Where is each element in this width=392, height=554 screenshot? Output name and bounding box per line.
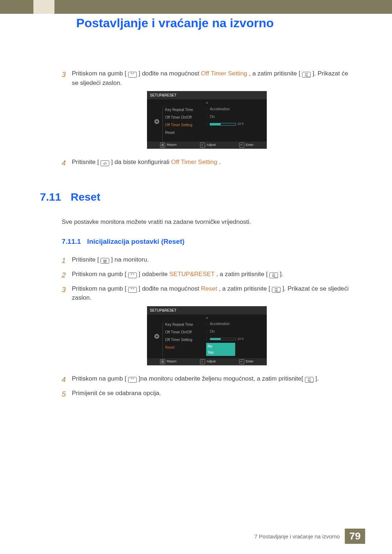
step-number: 1 — [62, 255, 72, 266]
highlight-text: SETUP&RESET — [170, 271, 215, 278]
updown-icon: ˄˅ — [128, 272, 137, 278]
osd-item: Off Timer On/Off — [165, 328, 205, 336]
osd-value: Acceleration — [210, 321, 230, 327]
page-footer: 7 Postavljanje i vraćanje na izvorno 79 — [0, 529, 392, 544]
text: Pritisnite [ — [72, 159, 99, 165]
osd-value: 10 h — [237, 337, 244, 342]
osd-footer-label: Adjust — [207, 143, 216, 148]
subsection-heading: 7.11.1 Inicijalizacija postavki (Reset) — [62, 237, 352, 247]
osd-value: On — [210, 114, 215, 119]
osd-option: Yes — [208, 349, 234, 356]
osd-arrow-up-icon: ▴ — [147, 99, 267, 105]
osd-option: No — [208, 343, 234, 349]
osd-title: SETUP&RESET — [147, 91, 267, 99]
text: Pritiskom na gumb [ — [72, 271, 126, 278]
text: . — [219, 159, 221, 165]
svg-point-1 — [156, 120, 158, 122]
osd-footer-label: Enter — [246, 143, 254, 148]
step-a4: 4 Pritisnite [ ‹/› ] da biste konfigurir… — [62, 157, 352, 168]
step-number: 5 — [62, 389, 72, 399]
highlight-text: Off Timer Setting — [171, 159, 217, 165]
text: ] da biste konfigurirali — [111, 159, 171, 165]
text: ]na monitoru odaberite željenu mogućnost… — [139, 375, 303, 382]
osd-reset-dropdown: No Yes — [206, 343, 235, 356]
svg-point-3 — [156, 336, 158, 337]
section-heading: 7.11 Reset — [40, 189, 352, 205]
osd-item: Off Timer Setting — [165, 336, 205, 344]
section-title: Reset — [71, 191, 101, 203]
updown-icon: ˄˅ — [128, 377, 137, 383]
osd-slider — [210, 123, 236, 126]
topbar-tab — [33, 0, 54, 14]
highlight-text: Reset — [201, 285, 217, 292]
text: ] dođite na mogućnost — [139, 285, 201, 292]
step-number: 4 — [62, 374, 72, 385]
enter-icon: ↵ — [239, 359, 244, 364]
osd-title: SETUP&RESET — [147, 306, 267, 315]
osd-value: Acceleration — [210, 106, 230, 112]
osd-footer-label: Adjust — [207, 359, 216, 364]
updown-icon: ˄˅ — [128, 287, 137, 293]
page-number: 79 — [345, 529, 365, 544]
osd-footer-label: Enter — [246, 359, 254, 364]
step-a3: 3 Pritiskom na gumb [ ˄˅ ] dođite na mog… — [62, 69, 352, 87]
step-number: 3 — [62, 69, 72, 87]
step-b4: 4 Pritiskom na gumb [ ˄˅ ]na monitoru od… — [62, 374, 352, 385]
text: Pritiskom na gumb [ — [72, 375, 126, 382]
text: , a zatim pritisnite [ — [249, 70, 301, 77]
osd-window-1: SETUP&RESET ▴ Key Repeat Time Off Timer … — [147, 91, 267, 149]
step-b2: 2 Pritiskom na gumb [ ˄˅ ] odaberite SET… — [62, 270, 352, 280]
osd-item: Key Repeat Time — [165, 321, 205, 328]
section-intro: Sve postavke monitora možete vratiti na … — [62, 217, 352, 227]
menu-icon: ▥ — [101, 258, 109, 264]
osd-item: Reset — [165, 129, 205, 136]
section-number: 7.11 — [40, 191, 61, 203]
text: ] dođite na mogućnost — [139, 70, 201, 77]
osd-item-selected: Off Timer Setting — [165, 121, 205, 129]
text: Pritiskom na gumb [ — [72, 285, 126, 292]
enter-icon: ☰͢ — [269, 272, 278, 278]
osd-item-selected: Reset — [165, 344, 205, 351]
text: ] na monitoru. — [111, 256, 149, 263]
subsection-number: 7.11.1 — [62, 238, 81, 245]
text: Pritisnite [ — [72, 256, 101, 263]
osd-item: Key Repeat Time — [165, 106, 205, 114]
text: , a zatim pritisnite [ — [216, 271, 268, 278]
step-number: 4 — [62, 157, 72, 168]
step-number: 3 — [62, 284, 72, 303]
chapter-title: Postavljanje i vraćanje na izvorno — [0, 16, 392, 30]
osd-slider — [210, 338, 236, 340]
osd-value: 10 h — [237, 122, 244, 127]
text: ]. — [315, 375, 319, 382]
text: ] odaberite — [139, 271, 170, 278]
footer-chapter: 7 Postavljanje i vraćanje na izvorno — [254, 529, 345, 544]
osd-window-2: SETUP&RESET ▴ Key Repeat Time Off Timer … — [147, 306, 267, 366]
step-number: 2 — [62, 270, 72, 280]
text: Pritiskom na gumb [ — [72, 70, 126, 77]
gear-icon — [154, 118, 160, 125]
adjust-icon: ◇ — [200, 143, 205, 148]
updown-icon: ˄˅ — [128, 72, 137, 78]
subsection-title: Inicijalizacija postavki (Reset) — [87, 238, 184, 245]
text: ]. — [280, 271, 283, 278]
step-b1: 1 Pritisnite [ ▥ ] na monitoru. — [62, 255, 352, 266]
text: Primijenit će se odabrana opcija. — [72, 389, 352, 399]
leftright-icon: ‹/› — [101, 160, 109, 166]
gear-icon — [154, 333, 160, 340]
adjust-icon: ◇ — [200, 359, 205, 364]
step-b5: 5 Primijenit će se odabrana opcija. — [62, 389, 352, 399]
osd-item: Off Timer On/Off — [165, 114, 205, 121]
text: , a zatim pritisnite [ — [219, 285, 270, 292]
enter-icon: ☰͢ — [272, 287, 281, 293]
topbar — [0, 0, 392, 14]
highlight-text: Off Timer Setting — [201, 70, 247, 77]
step-b3: 3 Pritiskom na gumb [ ˄˅ ] dođite na mog… — [62, 284, 352, 303]
osd-value: On — [210, 329, 215, 334]
enter-icon: ☰͢ — [305, 377, 314, 383]
enter-icon: ↵ — [239, 143, 244, 148]
enter-icon: ☰͢ — [302, 72, 311, 78]
